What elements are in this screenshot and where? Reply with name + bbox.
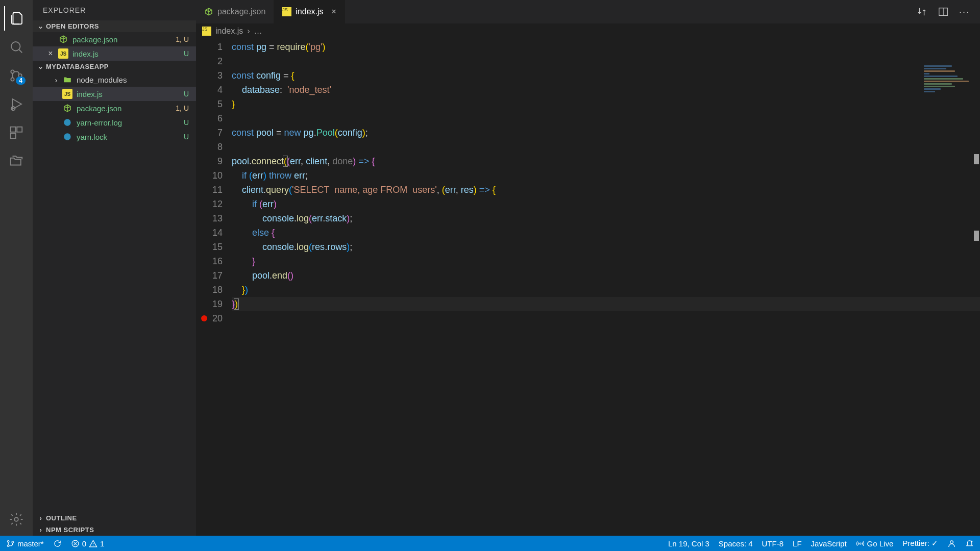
chevron-down-icon: ⌄ — [37, 22, 45, 30]
open-editor-item[interactable]: ×JSindex.jsU — [33, 46, 196, 61]
folder-icon — [62, 74, 72, 85]
tab-label: index.js — [296, 7, 323, 16]
npm-scripts-header[interactable]: › NPM SCRIPTS — [33, 524, 196, 536]
file-item[interactable]: JSindex.jsU — [33, 87, 196, 101]
git-status: U — [184, 118, 189, 127]
search-icon — [9, 39, 24, 55]
svg-point-17 — [12, 541, 14, 543]
svg-point-0 — [11, 42, 20, 51]
open-editors-header[interactable]: ⌄ OPEN EDITORS — [33, 20, 196, 32]
npm-file-icon — [58, 34, 68, 44]
extensions-icon — [9, 125, 24, 140]
close-icon[interactable]: × — [332, 7, 336, 16]
outline-header[interactable]: › OUTLINE — [33, 512, 196, 524]
tab-actions: ··· — [916, 0, 980, 23]
project-label: MYDATABASEAPP — [46, 63, 109, 70]
notifications[interactable] — [965, 539, 974, 548]
indentation[interactable]: Spaces: 4 — [719, 539, 753, 548]
js-file-icon: JS — [202, 27, 211, 36]
editor-tab[interactable]: package.json — [196, 0, 274, 23]
chevron-right-icon: › — [247, 27, 250, 36]
svg-rect-7 — [11, 127, 16, 132]
scm-tab[interactable]: 4 — [4, 63, 29, 88]
minimap[interactable] — [922, 64, 978, 110]
split-editor-icon[interactable] — [938, 6, 949, 17]
eol[interactable]: LF — [793, 539, 802, 548]
problems[interactable]: 0 1 — [71, 539, 105, 548]
git-status: 1, U — [176, 104, 189, 112]
svg-rect-9 — [11, 133, 16, 138]
gear-icon — [9, 512, 24, 527]
project-header[interactable]: ⌄ MYDATABASEAPP — [33, 61, 196, 72]
file-item[interactable]: yarn.lockU — [33, 130, 196, 144]
chevron-right-icon: › — [37, 514, 45, 522]
svg-point-11 — [64, 119, 70, 126]
debug-tab[interactable] — [4, 92, 29, 116]
js-file-icon: JS — [58, 48, 68, 59]
language-mode[interactable]: JavaScript — [811, 539, 847, 548]
branch-name: master* — [17, 539, 44, 548]
tab-label: package.json — [217, 7, 265, 16]
prettier[interactable]: Prettier: ✓ — [902, 539, 938, 548]
sync-button[interactable] — [53, 539, 62, 548]
git-branch[interactable]: master* — [6, 539, 44, 548]
settings-tab[interactable] — [4, 507, 29, 532]
npm-scripts-label: NPM SCRIPTS — [46, 526, 94, 534]
svg-line-1 — [19, 49, 22, 53]
svg-point-12 — [64, 133, 70, 140]
feedback[interactable] — [947, 539, 956, 548]
git-status: U — [184, 90, 189, 98]
file-label: index.js — [72, 49, 184, 58]
feedback-icon — [947, 539, 956, 548]
activity-bar: 4 — [0, 0, 33, 536]
folders-tab[interactable] — [4, 149, 29, 173]
go-live[interactable]: Go Live — [856, 539, 894, 548]
svg-point-24 — [950, 540, 953, 543]
file-label: index.js — [77, 90, 184, 98]
extensions-tab[interactable] — [4, 120, 29, 145]
git-status: U — [184, 49, 189, 58]
editor-tab[interactable]: JSindex.js× — [274, 0, 345, 23]
debug-icon — [9, 96, 24, 112]
encoding[interactable]: UTF-8 — [762, 539, 784, 548]
js-file-icon: JS — [282, 7, 291, 16]
svg-point-10 — [14, 517, 18, 521]
status-bar: master* 0 1 Ln 19, Col 3 Spaces: 4 UTF-8… — [0, 536, 980, 551]
more-actions-icon[interactable]: ··· — [959, 7, 970, 17]
git-status: U — [184, 133, 189, 141]
svg-point-2 — [11, 70, 14, 73]
explorer-tab[interactable] — [4, 6, 29, 31]
open-editors-label: OPEN EDITORS — [46, 22, 99, 30]
code-editor[interactable]: 1234567891011121314151617181920 const pg… — [196, 39, 980, 536]
file-label: yarn.lock — [77, 133, 184, 141]
breadcrumb-file: index.js — [215, 27, 243, 36]
folder-item[interactable]: ›node_modules — [33, 72, 196, 87]
overview-ruler — [973, 62, 980, 536]
file-item[interactable]: yarn-error.logU — [33, 115, 196, 130]
scm-badge: 4 — [16, 77, 26, 85]
svg-point-3 — [11, 78, 14, 81]
editor-group: package.jsonJSindex.js× ··· JS index.js … — [196, 0, 980, 536]
bell-icon — [965, 539, 974, 548]
svg-point-15 — [7, 540, 9, 542]
file-label: package.json — [72, 35, 176, 44]
file-label: yarn-error.log — [77, 118, 184, 127]
sidebar-title: EXPLORER — [33, 0, 196, 20]
files-icon — [9, 11, 24, 26]
sync-icon — [53, 539, 62, 548]
file-label: node_modules — [77, 76, 192, 84]
search-tab[interactable] — [4, 35, 29, 59]
file-label: package.json — [77, 104, 176, 113]
svg-point-16 — [7, 544, 9, 546]
breadcrumb[interactable]: JS index.js › … — [196, 23, 980, 39]
yarn-file-icon — [62, 117, 72, 128]
breakpoint-icon[interactable] — [201, 315, 207, 321]
error-icon — [71, 539, 80, 548]
yarn-file-icon — [62, 132, 72, 142]
file-item[interactable]: package.json1, U — [33, 101, 196, 115]
open-editor-item[interactable]: package.json1, U — [33, 32, 196, 46]
sidebar: EXPLORER ⌄ OPEN EDITORS package.json1, U… — [33, 0, 196, 536]
close-icon[interactable]: × — [46, 49, 55, 58]
cursor-position[interactable]: Ln 19, Col 3 — [668, 539, 709, 548]
compare-changes-icon[interactable] — [916, 6, 927, 17]
